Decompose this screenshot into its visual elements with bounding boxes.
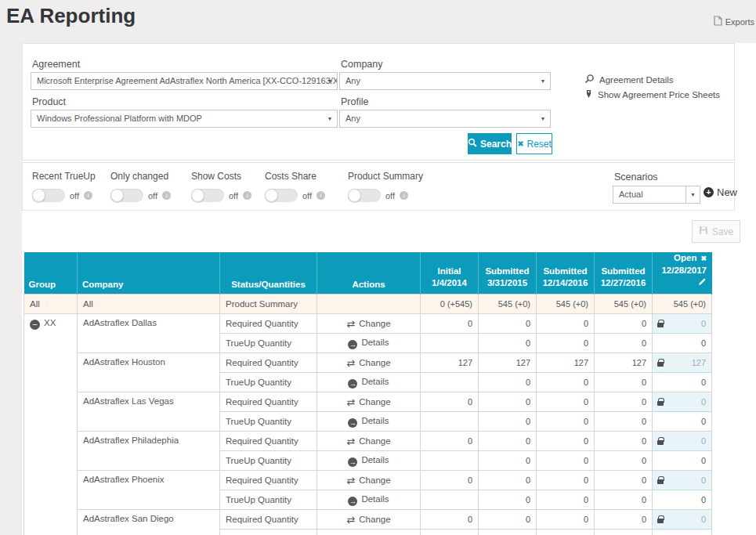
quantity-cell: 0 [653, 412, 712, 432]
product-select[interactable]: Windows Professional Platform with MDOP … [31, 110, 338, 128]
details-action-button[interactable]: →Details [317, 490, 421, 510]
exports-button[interactable]: Exports [714, 16, 754, 27]
company-select[interactable]: Any ▼ [339, 72, 551, 90]
chevron-down-icon: ▼ [323, 110, 337, 127]
locked-quantity-value: 0 [701, 397, 706, 407]
quantity-cell [421, 490, 479, 510]
only-changed-toggle[interactable] [110, 189, 143, 202]
quantity-cell: 0 [479, 471, 537, 490]
column-header-submitted-3: Submitted 12/27/2016 [595, 252, 653, 295]
quantity-cell: 127 [479, 353, 537, 373]
scenarios-select-value: Actual [619, 190, 643, 199]
company-label: Company [341, 59, 383, 70]
product-summary-toggle[interactable] [348, 189, 381, 202]
details-action-button[interactable]: →Details [317, 451, 421, 471]
quantity-cell: 0 [421, 314, 479, 334]
status-cell: Required Quantity [220, 471, 317, 490]
toggle-knob [348, 189, 361, 202]
scenarios-select[interactable]: Actual ▼ [613, 186, 700, 204]
quantity-cell: 0 [421, 510, 479, 530]
details-action-label: Details [361, 416, 389, 425]
reset-button[interactable]: ✖ Reset [516, 133, 552, 154]
recent-trueup-toggle[interactable] [32, 189, 65, 202]
info-icon[interactable]: i [317, 191, 325, 200]
quantity-cell [421, 412, 479, 432]
profile-select[interactable]: Any ▼ [339, 110, 551, 128]
costs-share-toggle[interactable] [265, 189, 298, 202]
change-arrows-icon: ⇄ [346, 396, 355, 408]
info-icon[interactable]: i [162, 191, 171, 200]
change-action-label: Change [359, 319, 390, 328]
quantity-cell: 0 [421, 392, 479, 412]
price-sheets-link[interactable]: Show Agreement Price Sheets [584, 89, 720, 100]
locked-quantity-cell: 0 [653, 432, 712, 451]
toggle-state: off [148, 191, 157, 201]
lock-icon [657, 323, 664, 327]
change-action-button[interactable]: ⇄Change [317, 314, 421, 334]
summary-value: 545 (+0) [653, 295, 712, 314]
change-action-label: Change [359, 358, 390, 367]
toggle-show-costs: Show Costs off i [191, 171, 251, 202]
column-header-submitted-2: Submitted 12/14/2016 [537, 252, 595, 295]
info-icon[interactable]: i [243, 191, 251, 200]
info-icon[interactable]: i [84, 191, 92, 200]
chevron-down-icon: ▼ [536, 110, 550, 127]
chevron-down-icon: ▼ [536, 73, 550, 89]
info-icon[interactable]: i [400, 191, 408, 200]
change-action-button[interactable]: ⇄Change [317, 392, 421, 412]
period-type: Submitted [541, 266, 589, 277]
change-action-button[interactable]: ⇄Change [317, 510, 421, 530]
status-cell: TrueUp Quantity [220, 490, 317, 510]
close-column-icon[interactable]: ✖ [700, 255, 707, 262]
details-action-button[interactable]: →Details [317, 373, 421, 392]
change-arrows-icon: ⇄ [346, 357, 355, 369]
agreement-details-link[interactable]: Agreement Details [584, 74, 674, 85]
toggle-label: Recent TrueUp [32, 171, 96, 182]
lock-icon [657, 401, 664, 406]
change-action-button[interactable]: ⇄Change [317, 471, 421, 490]
column-header-open: Open✖ 12/28/2017 [653, 252, 712, 295]
toggle-knob [110, 189, 124, 202]
page-title: EA Reporting [6, 4, 136, 28]
summary-value: 545 (+0) [479, 295, 537, 314]
change-action-button[interactable]: ⇄Change [317, 432, 421, 451]
column-header-group: Group [24, 252, 78, 295]
toggle-costs-share: Costs Share off i [265, 171, 325, 202]
change-action-label: Change [359, 436, 390, 446]
product-select-value: Windows Professional Platform with MDOP [37, 114, 202, 123]
column-header-status: Status/Quantities [220, 252, 317, 295]
save-button[interactable]: Save [692, 220, 740, 243]
table-row: AdAstraflex San DiegoRequired Quantity⇄C… [24, 510, 712, 530]
close-icon: ✖ [517, 139, 523, 148]
quantity-cell: 127 [421, 353, 479, 373]
status-cell: Required Quantity [220, 432, 317, 451]
quantity-cell: 0 [653, 490, 712, 510]
period-type: Initial [425, 266, 473, 277]
change-action-label: Change [359, 475, 390, 485]
details-action-button[interactable]: →Details [317, 530, 421, 535]
locked-quantity-value: 0 [701, 515, 706, 524]
main-content: Agreement Microsoft Enterprise Agreement… [22, 43, 756, 535]
floppy-disk-icon [699, 226, 708, 237]
quantity-cell: 0 [537, 451, 595, 471]
period-type: Open [674, 253, 696, 262]
details-action-button[interactable]: →Details [317, 412, 421, 432]
quantity-cell [421, 373, 479, 392]
group-label: XX [44, 318, 56, 327]
status-cell: TrueUp Quantity [220, 451, 317, 471]
show-costs-toggle[interactable] [191, 189, 224, 202]
agreement-select[interactable]: Microsoft Enterprise Agreement AdAstrafl… [31, 72, 338, 90]
details-action-button[interactable]: →Details [317, 334, 421, 353]
quantity-cell [421, 334, 479, 353]
quantity-cell: 0 [537, 334, 595, 353]
quantity-cell: 0 [537, 412, 595, 432]
collapse-group-icon[interactable]: − [30, 320, 40, 330]
search-button[interactable]: Search [468, 133, 512, 154]
edit-pencil-icon[interactable] [698, 278, 707, 287]
details-action-label: Details [361, 494, 389, 504]
change-arrows-icon: ⇄ [346, 475, 355, 486]
new-scenario-button[interactable]: + New [704, 186, 737, 198]
change-action-button[interactable]: ⇄Change [317, 353, 421, 373]
quantity-cell: 0 [537, 392, 595, 412]
exports-label: Exports [725, 17, 754, 27]
